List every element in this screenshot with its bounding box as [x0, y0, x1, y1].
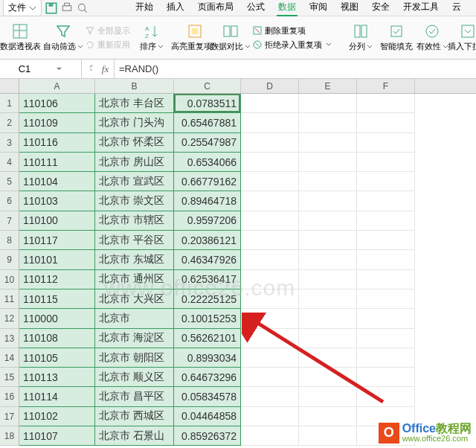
tab-insert[interactable]: 插入 — [165, 0, 186, 16]
row-header[interactable]: 11 — [0, 289, 19, 309]
cell[interactable]: 北京市 顺义区 — [95, 368, 174, 387]
cell[interactable] — [299, 309, 357, 328]
cell[interactable]: 北京市 怀柔区 — [95, 133, 174, 153]
cell[interactable]: 0.6534066 — [174, 153, 241, 172]
cell[interactable]: 0.89464718 — [174, 191, 241, 211]
cell[interactable] — [241, 407, 299, 426]
tab-home[interactable]: 开始 — [134, 0, 155, 16]
cell[interactable] — [299, 387, 357, 406]
cell[interactable]: 0.0783511 — [174, 94, 241, 113]
cell[interactable]: 0.8993034 — [174, 348, 241, 368]
cell[interactable]: 110105 — [19, 348, 95, 368]
col-header-a[interactable]: A — [19, 79, 95, 93]
cell[interactable] — [241, 191, 299, 211]
cell[interactable]: 0.10015253 — [174, 309, 241, 328]
cell[interactable]: 110115 — [19, 289, 95, 309]
col-header-c[interactable]: C — [174, 79, 241, 93]
cell[interactable]: 北京市 朝阳区 — [95, 348, 174, 368]
cell[interactable]: 110103 — [19, 191, 95, 211]
row-header[interactable]: 2 — [0, 113, 19, 132]
cell[interactable]: 110114 — [19, 387, 95, 406]
row-header[interactable]: 17 — [0, 407, 19, 426]
formula-input[interactable]: =RAND() — [115, 60, 476, 78]
cell[interactable]: 北京市 市辖区 — [95, 211, 174, 231]
cell[interactable] — [241, 309, 299, 328]
cell[interactable]: 北京市 海淀区 — [95, 329, 174, 348]
cell[interactable] — [357, 368, 415, 387]
data-compare-button[interactable]: 数据对比 — [215, 22, 246, 54]
print-icon[interactable] — [60, 1, 74, 15]
cell[interactable]: 北京市 平谷区 — [95, 231, 174, 250]
row-header[interactable]: 15 — [0, 368, 19, 387]
cell[interactable]: 北京市 昌平区 — [95, 387, 174, 406]
tab-data[interactable]: 数据 — [277, 0, 298, 16]
cell[interactable]: 110117 — [19, 231, 95, 250]
cell[interactable] — [299, 94, 357, 113]
cell[interactable]: 北京市 西城区 — [95, 407, 174, 426]
cell[interactable] — [357, 94, 415, 113]
row-header[interactable]: 13 — [0, 329, 19, 348]
cell[interactable]: 110108 — [19, 329, 95, 348]
cell[interactable] — [241, 133, 299, 153]
preview-icon[interactable] — [76, 1, 89, 15]
cell[interactable] — [241, 94, 299, 113]
row-header[interactable]: 18 — [0, 426, 19, 446]
cell[interactable] — [299, 407, 357, 426]
cell[interactable]: 0.66779162 — [174, 172, 241, 191]
cell[interactable] — [357, 250, 415, 269]
tab-cloud[interactable]: 云 — [451, 0, 463, 16]
cell[interactable] — [299, 348, 357, 368]
cell[interactable] — [357, 153, 415, 172]
fx-label[interactable]: fx — [102, 63, 109, 75]
cell[interactable]: 0.20386121 — [174, 231, 241, 250]
sort-button[interactable]: AZ 排序 — [136, 22, 167, 54]
cell[interactable]: 0.62536417 — [174, 270, 241, 289]
tab-devtools[interactable]: 开发工具 — [402, 0, 440, 16]
cell[interactable]: 0.64673296 — [174, 368, 241, 387]
cell[interactable] — [357, 329, 415, 348]
cell[interactable]: 110107 — [19, 426, 95, 446]
cell[interactable] — [241, 289, 299, 309]
select-all-corner[interactable] — [0, 79, 19, 93]
reapply-button[interactable]: 重新应用 — [83, 39, 132, 51]
cell[interactable] — [241, 387, 299, 406]
cell[interactable] — [299, 289, 357, 309]
col-header-d[interactable]: D — [241, 79, 299, 93]
row-header[interactable]: 9 — [0, 250, 19, 269]
link-icon[interactable] — [87, 63, 97, 75]
cell[interactable]: 北京市 丰台区 — [95, 94, 174, 113]
cell[interactable]: 110109 — [19, 113, 95, 132]
cell[interactable] — [241, 153, 299, 172]
row-header[interactable]: 8 — [0, 231, 19, 250]
cell[interactable]: 110101 — [19, 250, 95, 269]
cell[interactable] — [299, 270, 357, 289]
row-header[interactable]: 16 — [0, 387, 19, 406]
cell[interactable]: 0.22225125 — [174, 289, 241, 309]
insert-dropdown-button[interactable]: 插入下拉列 — [452, 22, 476, 54]
cell[interactable] — [299, 133, 357, 153]
cell[interactable] — [241, 113, 299, 132]
cell[interactable] — [299, 426, 357, 446]
cell[interactable]: 110000 — [19, 309, 95, 328]
highlight-dup-button[interactable]: 高亮重复项 — [179, 22, 210, 54]
tab-security[interactable]: 安全 — [370, 0, 391, 16]
cell[interactable] — [357, 113, 415, 132]
cell[interactable]: 北京市 大兴区 — [95, 289, 174, 309]
cell[interactable] — [241, 270, 299, 289]
cell[interactable]: 110113 — [19, 368, 95, 387]
tab-formula[interactable]: 公式 — [245, 0, 266, 16]
cell[interactable] — [299, 231, 357, 250]
cell[interactable] — [357, 387, 415, 406]
cell[interactable] — [241, 368, 299, 387]
show-all-button[interactable]: 全部显示 — [83, 25, 132, 37]
cell[interactable]: 北京市 门头沟 — [95, 113, 174, 132]
cell[interactable] — [299, 250, 357, 269]
cell[interactable]: 0.04464858 — [174, 407, 241, 426]
tab-layout[interactable]: 页面布局 — [196, 0, 235, 16]
row-header[interactable]: 7 — [0, 211, 19, 231]
pivot-button[interactable]: 数据透视表 — [4, 22, 36, 54]
text-to-cols-button[interactable]: 分列 — [345, 22, 376, 54]
cell[interactable]: 北京市 石景山 — [95, 426, 174, 446]
cell[interactable]: 110102 — [19, 407, 95, 426]
file-menu[interactable]: 文件 — [3, 0, 42, 16]
